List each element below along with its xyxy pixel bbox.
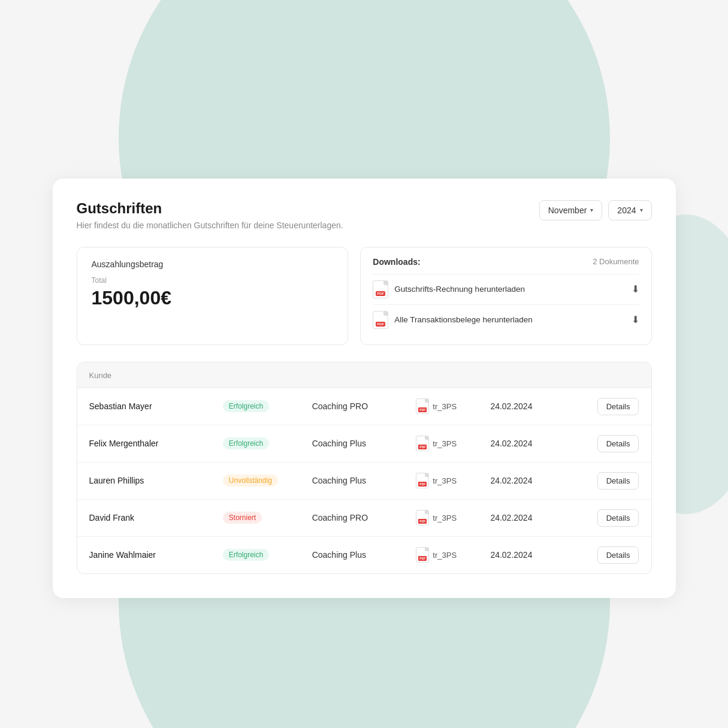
status-badge-col: Storniert — [223, 512, 312, 524]
download-item-invoice[interactable]: PDF Gutschrifts-Rechnung herunterladen ⬇ — [373, 274, 639, 304]
pdf-file-icon-2: PDF — [373, 311, 388, 329]
pdf-filename: tr_3PS — [433, 476, 457, 485]
year-label: 2024 — [617, 206, 636, 215]
downloads-box: Downloads: 2 Dokumente PDF Gutschrifts-R… — [360, 247, 651, 345]
pdf-badge-row: PDF — [418, 482, 427, 487]
status-badge: Unvollständig — [223, 475, 278, 487]
column-header-kunde: Kunde — [89, 371, 112, 380]
details-button[interactable]: Details — [597, 509, 639, 527]
details-button[interactable]: Details — [597, 398, 639, 415]
main-card: Gutschriften Hier findest du die monatli… — [53, 179, 676, 598]
transaction-date: 24.02.2024 — [490, 513, 587, 522]
page-subtitle: Hier findest du die monatlichen Gutschri… — [77, 220, 343, 230]
transaction-date: 24.02.2024 — [490, 439, 587, 448]
pdf-file-icon-row: PDF — [416, 547, 429, 563]
header-left: Gutschriften Hier findest du die monatli… — [77, 200, 343, 230]
customer-name: Felix Mergenthaler — [89, 439, 223, 448]
page-title: Gutschriften — [77, 200, 343, 217]
payout-amount: 1500,00€ — [92, 287, 334, 309]
status-badge-col: Erfolgreich — [223, 549, 312, 561]
action-col: Details — [587, 472, 639, 490]
details-button[interactable]: Details — [597, 435, 639, 452]
pdf-filename: tr_3PS — [433, 402, 457, 411]
customer-name: Lauren Phillips — [89, 476, 223, 485]
action-col: Details — [587, 398, 639, 415]
status-badge: Erfolgreich — [223, 437, 269, 449]
pdf-col: PDF tr_3PS — [416, 436, 490, 451]
pdf-badge: PDF — [376, 291, 385, 296]
status-badge-col: Erfolgreich — [223, 400, 312, 412]
pdf-file-icon-row: PDF — [416, 473, 429, 488]
header-right: November ▾ 2024 ▾ — [539, 200, 652, 220]
status-badge: Storniert — [223, 512, 262, 524]
pdf-badge-row: PDF — [418, 407, 427, 412]
pdf-filename: tr_3PS — [433, 551, 457, 560]
table-body: Sebastian Mayer Erfolgreich Coaching PRO… — [77, 388, 651, 573]
customer-name: David Frank — [89, 513, 223, 522]
page-header: Gutschriften Hier findest du die monatli… — [77, 200, 652, 230]
pdf-filename: tr_3PS — [433, 513, 457, 522]
month-dropdown[interactable]: November ▾ — [539, 200, 603, 220]
action-col: Details — [587, 509, 639, 527]
pdf-badge-row: PDF — [418, 445, 427, 449]
action-col: Details — [587, 546, 639, 564]
downloads-count: 2 Dokumente — [593, 257, 639, 266]
pdf-badge-row: PDF — [418, 519, 427, 524]
pdf-col: PDF tr_3PS — [416, 510, 490, 525]
payout-label: Auszahlungsbetrag — [92, 259, 334, 269]
product-name: Coaching Plus — [312, 550, 416, 560]
chevron-down-icon: ▾ — [640, 207, 643, 213]
product-name: Coaching PRO — [312, 513, 416, 522]
pdf-file-icon-row: PDF — [416, 398, 429, 414]
download-icon-2: ⬇ — [632, 314, 639, 325]
customer-name: Sebastian Mayer — [89, 401, 223, 411]
summary-row: Auszahlungsbetrag Total 1500,00€ Downloa… — [77, 247, 652, 345]
pdf-col: PDF tr_3PS — [416, 398, 490, 414]
pdf-file-icon-row: PDF — [416, 510, 429, 525]
table-row: Felix Mergenthaler Erfolgreich Coaching … — [77, 425, 651, 463]
pdf-file-icon: PDF — [373, 280, 388, 298]
pdf-col: PDF tr_3PS — [416, 547, 490, 563]
download-icon: ⬇ — [632, 283, 639, 295]
status-badge-col: Unvollständig — [223, 475, 312, 487]
product-name: Coaching Plus — [312, 439, 416, 448]
table-row: Janine Wahlmaier Erfolgreich Coaching Pl… — [77, 537, 651, 573]
pdf-badge-row: PDF — [418, 556, 427, 561]
downloads-header: Downloads: 2 Dokumente — [373, 257, 639, 267]
pdf-filename: tr_3PS — [433, 439, 457, 448]
pdf-badge-2: PDF — [376, 322, 385, 327]
table-header: Kunde — [77, 363, 651, 388]
customers-table: Kunde Sebastian Mayer Erfolgreich Coachi… — [77, 362, 652, 574]
transaction-date: 24.02.2024 — [490, 550, 587, 560]
download-item-transactions[interactable]: PDF Alle Transaktionsbelege herunterlade… — [373, 304, 639, 335]
downloads-label: Downloads: — [373, 257, 420, 267]
month-label: November — [548, 206, 587, 215]
status-badge: Erfolgreich — [223, 400, 269, 412]
table-row: David Frank Storniert Coaching PRO PDF t… — [77, 500, 651, 537]
download-transactions-name: Alle Transaktionsbelege herunterladen — [394, 315, 532, 324]
customer-name: Janine Wahlmaier — [89, 550, 223, 560]
chevron-down-icon: ▾ — [590, 207, 593, 213]
details-button[interactable]: Details — [597, 546, 639, 564]
details-button[interactable]: Details — [597, 472, 639, 490]
table-row: Sebastian Mayer Erfolgreich Coaching PRO… — [77, 388, 651, 425]
status-badge-col: Erfolgreich — [223, 437, 312, 449]
pdf-file-icon-row: PDF — [416, 436, 429, 451]
transaction-date: 24.02.2024 — [490, 476, 587, 485]
download-invoice-name: Gutschrifts-Rechnung herunterladen — [394, 285, 525, 294]
status-badge: Erfolgreich — [223, 549, 269, 561]
year-dropdown[interactable]: 2024 ▾ — [608, 200, 651, 220]
pdf-col: PDF tr_3PS — [416, 473, 490, 488]
product-name: Coaching PRO — [312, 401, 416, 411]
transaction-date: 24.02.2024 — [490, 401, 587, 411]
payout-box: Auszahlungsbetrag Total 1500,00€ — [77, 247, 349, 345]
product-name: Coaching Plus — [312, 476, 416, 485]
total-label: Total — [92, 276, 334, 285]
action-col: Details — [587, 435, 639, 452]
table-row: Lauren Phillips Unvollständig Coaching P… — [77, 463, 651, 500]
